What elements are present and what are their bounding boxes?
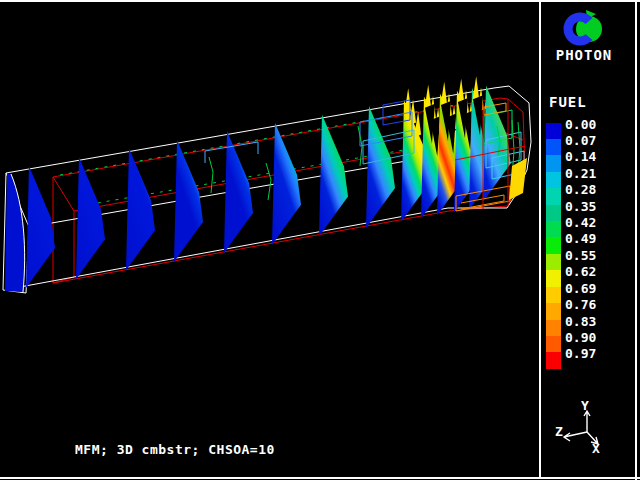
legend-swatch (546, 188, 561, 204)
legend-value: 0.00 (565, 117, 609, 133)
legend-value: 0.35 (565, 199, 609, 215)
domain-wireframe-white (494, 86, 509, 88)
legend-value: 0.07 (565, 133, 609, 149)
inner-wireframe-red (53, 177, 74, 211)
legend-swatch (546, 139, 561, 155)
legend-swatch (546, 336, 561, 352)
inner-wireframe-red (53, 211, 449, 283)
iso-contour-line (266, 163, 271, 200)
legend-value: 0.97 (565, 346, 609, 362)
legend-swatch (546, 270, 561, 286)
axis-label-y: Y (581, 398, 589, 413)
legend-value: 0.28 (565, 182, 609, 198)
legend-value: 0.21 (565, 166, 609, 182)
legend-value: 0.90 (565, 330, 609, 346)
outlet-patch (509, 158, 527, 200)
contour-slice (366, 106, 395, 228)
contour-slice (126, 148, 155, 270)
legend-swatch (546, 123, 561, 139)
domain-wireframe-white (527, 142, 531, 170)
plot-caption: MFM; 3D cmbstr; CHSOA=10 (75, 442, 275, 457)
y-axis-arrow (584, 411, 590, 432)
legend-swatch (546, 237, 561, 253)
frame-right (635, 0, 637, 480)
legend-swatch (546, 320, 561, 336)
iso-contour-line (209, 157, 213, 193)
legend-value: 0.62 (565, 264, 609, 280)
domain-wireframe-white (509, 86, 529, 103)
panel-divider (539, 2, 541, 477)
inner-wireframe-red (500, 98, 508, 99)
frame-bottom (0, 477, 640, 479)
legend-value: 0.14 (565, 149, 609, 165)
frame-top (0, 0, 640, 2)
legend-swatch (546, 352, 561, 368)
contour-slice (224, 131, 253, 253)
contour-slice (174, 140, 203, 262)
photon-logo (560, 7, 606, 49)
render-viewport[interactable] (0, 0, 640, 480)
legend-swatch (546, 303, 561, 319)
axis-label-x: X (592, 441, 600, 456)
contour-slice (26, 166, 55, 288)
legend-swatch (546, 172, 561, 188)
legend-swatch (546, 287, 561, 303)
domain-wireframe-white (529, 103, 531, 142)
photon-window: PHOTON FUEL 0.000.070.140.210.280.350.42… (0, 0, 640, 480)
legend-title: FUEL (549, 94, 587, 110)
legend-value: 0.42 (565, 215, 609, 231)
logo-label: PHOTON (552, 47, 616, 63)
z-axis-arrow (564, 432, 587, 441)
legend-swatch (546, 254, 561, 270)
inlet-contour-fill (5, 174, 25, 292)
flame-spike (414, 112, 421, 138)
legend-swatch (546, 155, 561, 171)
contour-slice (319, 114, 348, 236)
legend-swatch (546, 221, 561, 237)
legend-swatch (546, 205, 561, 221)
legend-value: 0.69 (565, 281, 609, 297)
contour-slice (76, 157, 105, 279)
legend-value: 0.76 (565, 297, 609, 313)
contour-slice (272, 123, 301, 245)
legend-value: 0.83 (565, 314, 609, 330)
legend-value: 0.55 (565, 248, 609, 264)
axis-label-z: Z (555, 424, 563, 439)
legend-value: 0.49 (565, 231, 609, 247)
